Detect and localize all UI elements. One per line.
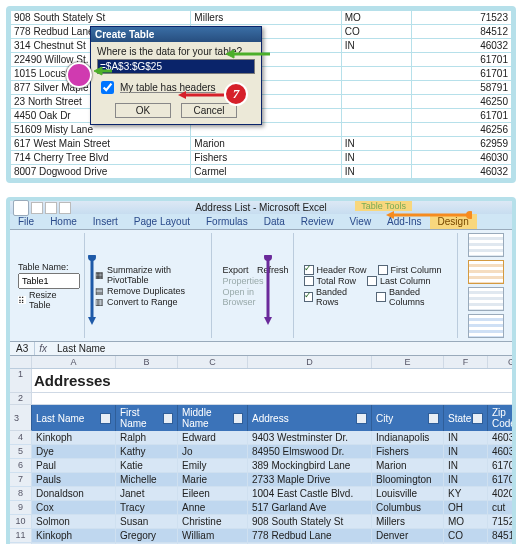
convert-range-button[interactable]: ▥Convert to Range xyxy=(95,297,207,307)
cell[interactable]: 2733 Maple Drive xyxy=(248,473,372,487)
ok-button[interactable]: OK xyxy=(115,103,171,118)
cell[interactable]: Pauls xyxy=(32,473,116,487)
cell[interactable]: Eileen xyxy=(178,487,248,501)
style-thumb-2[interactable] xyxy=(468,260,504,284)
cell[interactable]: Bloomington xyxy=(372,473,444,487)
qat-undo-icon[interactable] xyxy=(45,202,57,214)
qat-save-icon[interactable] xyxy=(31,202,43,214)
cell[interactable]: Susan xyxy=(116,515,178,529)
cell[interactable]: 71523 xyxy=(488,515,512,529)
cell[interactable]: Kinkoph xyxy=(32,529,116,543)
cell[interactable]: Kinkoph xyxy=(32,431,116,445)
col-B[interactable]: B xyxy=(116,356,178,368)
filter-dropdown-icon[interactable] xyxy=(472,413,483,424)
cell[interactable]: Edward xyxy=(178,431,248,445)
filter-dropdown-icon[interactable] xyxy=(428,413,439,424)
fx-icon[interactable]: fx xyxy=(35,343,51,354)
cell[interactable]: Marie xyxy=(178,473,248,487)
col-D[interactable]: D xyxy=(248,356,372,368)
cell[interactable]: cut xyxy=(488,501,512,515)
name-box[interactable]: A3 xyxy=(10,342,35,355)
cell[interactable]: Katie xyxy=(116,459,178,473)
cell[interactable]: Michelle xyxy=(116,473,178,487)
cell[interactable]: Christine xyxy=(178,515,248,529)
cell[interactable]: IN xyxy=(444,459,488,473)
cell[interactable]: Millers xyxy=(372,515,444,529)
filter-dropdown-icon[interactable] xyxy=(163,413,173,424)
cell[interactable]: 40205 xyxy=(488,487,512,501)
cell[interactable]: Paul xyxy=(32,459,116,473)
style-thumb-4[interactable] xyxy=(468,314,504,338)
cell[interactable]: CO xyxy=(444,529,488,543)
header-zip-code[interactable]: Zip Code xyxy=(488,405,512,431)
tab-home[interactable]: Home xyxy=(42,214,85,229)
cell[interactable]: OH xyxy=(444,501,488,515)
banded-cols-check[interactable]: Banded Columns xyxy=(389,287,453,307)
cell[interactable]: Louisville xyxy=(372,487,444,501)
table-name-input[interactable] xyxy=(18,273,80,289)
col-C[interactable]: C xyxy=(178,356,248,368)
cell[interactable]: Ralph xyxy=(116,431,178,445)
filter-dropdown-icon[interactable] xyxy=(233,413,243,424)
cell[interactable]: 9403 Westminster Dr. xyxy=(248,431,372,445)
cell[interactable]: Donaldson xyxy=(32,487,116,501)
tab-data[interactable]: Data xyxy=(256,214,293,229)
cell[interactable]: MO xyxy=(444,515,488,529)
cell[interactable]: 61701 xyxy=(488,459,512,473)
cell[interactable]: KY xyxy=(444,487,488,501)
tab-view[interactable]: View xyxy=(342,214,380,229)
cell[interactable]: Dye xyxy=(32,445,116,459)
cell[interactable]: Jo xyxy=(178,445,248,459)
first-col-check[interactable]: First Column xyxy=(391,265,442,275)
header-middle-name[interactable]: Middle Name xyxy=(178,405,248,431)
cell[interactable]: Fishers xyxy=(372,445,444,459)
style-thumb-3[interactable] xyxy=(468,287,504,311)
last-col-check[interactable]: Last Column xyxy=(380,276,431,286)
cell[interactable]: 908 South Stately St xyxy=(248,515,372,529)
formula-input[interactable]: Last Name xyxy=(51,342,512,355)
cell[interactable]: 84950 Elmswood Dr. xyxy=(248,445,372,459)
cell[interactable]: 46032 xyxy=(488,445,512,459)
cell[interactable]: 517 Garland Ave xyxy=(248,501,372,515)
tab-insert[interactable]: Insert xyxy=(85,214,126,229)
headers-checkbox[interactable] xyxy=(101,81,114,94)
cell[interactable]: IN xyxy=(444,445,488,459)
col-E[interactable]: E xyxy=(372,356,444,368)
qat-redo-icon[interactable] xyxy=(59,202,71,214)
cell[interactable]: Anne xyxy=(178,501,248,515)
cancel-button[interactable]: Cancel xyxy=(181,103,237,118)
cell[interactable]: 84512 xyxy=(488,529,512,543)
style-thumb-1[interactable] xyxy=(468,233,504,257)
summarize-pivot-button[interactable]: ▦Summarize with PivotTable xyxy=(95,265,207,285)
cell[interactable]: 61701 xyxy=(488,473,512,487)
filter-dropdown-icon[interactable] xyxy=(100,413,111,424)
cell[interactable]: Tracy xyxy=(116,501,178,515)
header-address[interactable]: Address xyxy=(248,405,372,431)
header-state[interactable]: State xyxy=(444,405,488,431)
tab-file[interactable]: File xyxy=(10,214,42,229)
col-G[interactable]: G xyxy=(488,356,512,368)
cell[interactable]: Gregory xyxy=(116,529,178,543)
cell[interactable]: 778 Redbud Lane xyxy=(248,529,372,543)
col-A[interactable]: A xyxy=(32,356,116,368)
cell[interactable]: Indianapolis xyxy=(372,431,444,445)
worksheet[interactable]: ABCDEFG 1Addresses 2 3Last NameFirst Nam… xyxy=(10,356,512,544)
resize-table-button[interactable]: ⠿Resize Table xyxy=(18,290,80,310)
header-last-name[interactable]: Last Name xyxy=(32,405,116,431)
total-row-check[interactable]: Total Row xyxy=(317,276,357,286)
remove-duplicates-button[interactable]: ▤Remove Duplicates xyxy=(95,286,207,296)
filter-dropdown-icon[interactable] xyxy=(356,413,367,424)
cell[interactable]: Janet xyxy=(116,487,178,501)
cell[interactable]: Emily xyxy=(178,459,248,473)
header-first-name[interactable]: First Name xyxy=(116,405,178,431)
cell[interactable]: William xyxy=(178,529,248,543)
cell[interactable]: Cox xyxy=(32,501,116,515)
cell[interactable]: IN xyxy=(444,473,488,487)
tab-review[interactable]: Review xyxy=(293,214,342,229)
header-row-check[interactable]: Header Row xyxy=(317,265,367,275)
banded-rows-check[interactable]: Banded Rows xyxy=(316,287,368,307)
app-icon[interactable] xyxy=(13,200,29,216)
cell[interactable]: 389 Mockingbird Lane xyxy=(248,459,372,473)
tab-page-layout[interactable]: Page Layout xyxy=(126,214,198,229)
cell[interactable]: 1004 East Castle Blvd. xyxy=(248,487,372,501)
